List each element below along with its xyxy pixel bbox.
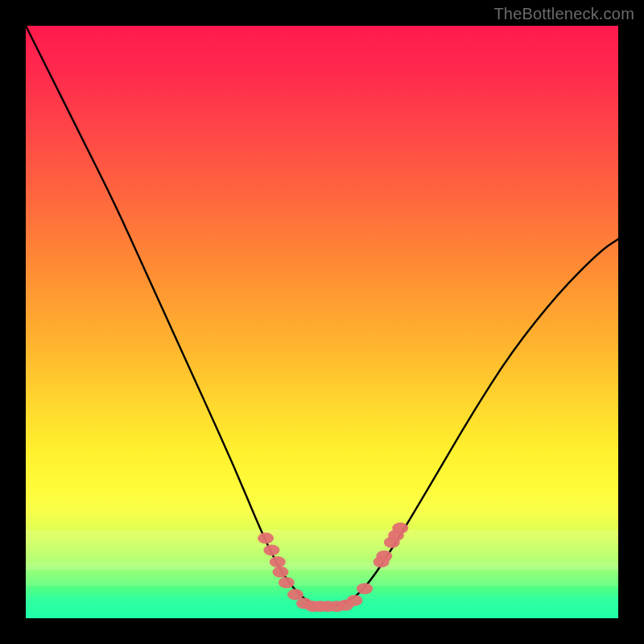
chart-frame: TheBottleneck.com (0, 0, 644, 644)
plot-area (26, 26, 618, 618)
svg-point-0 (258, 533, 274, 544)
svg-point-1 (263, 544, 279, 555)
svg-point-12 (347, 595, 363, 606)
svg-point-3 (273, 567, 289, 578)
svg-point-2 (270, 556, 286, 568)
svg-point-4 (279, 577, 295, 588)
svg-point-15 (376, 551, 392, 562)
watermark-label: TheBottleneck.com (493, 5, 634, 23)
svg-point-18 (392, 522, 408, 534)
highlight-markers (26, 26, 618, 618)
svg-point-13 (357, 583, 373, 594)
